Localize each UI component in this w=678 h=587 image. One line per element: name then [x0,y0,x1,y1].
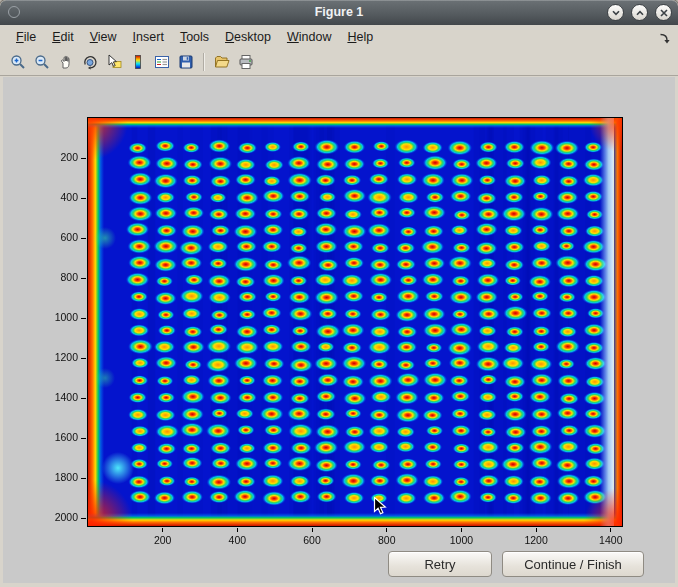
chevron-down-icon [611,8,621,18]
maximize-button[interactable] [631,4,648,21]
menu-help[interactable]: Help [339,28,381,46]
menu-file[interactable]: File [8,28,44,46]
data-cursor-button[interactable] [102,50,126,74]
toolbar-separator [203,53,205,71]
retry-button[interactable]: Retry [388,551,492,577]
close-button[interactable] [655,4,672,21]
continue-finish-button[interactable]: Continue / Finish [502,551,644,577]
menubar: File Edit View Insert Tools Desktop Wind… [0,25,678,48]
zoom-in-icon [10,54,26,70]
colorbar-icon [130,54,146,70]
zoom-out-icon [34,54,50,70]
window-controls [607,4,672,21]
data-cursor-icon [106,54,122,70]
pan-hand-icon [58,54,74,70]
legend-icon [154,54,170,70]
save-icon [178,54,194,70]
zoom-in-button[interactable] [6,50,30,74]
menu-window[interactable]: Window [279,28,339,46]
menu-edit[interactable]: Edit [44,28,82,46]
menu-view[interactable]: View [82,28,125,46]
menu-desktop[interactable]: Desktop [217,28,279,46]
dock-figure-icon[interactable] [658,30,670,48]
titlebar[interactable]: Figure 1 [0,0,678,25]
pan-button[interactable] [54,50,78,74]
toolbar [0,48,678,76]
plot-canvas[interactable] [88,118,622,526]
printer-icon [238,54,254,70]
chevron-up-icon [635,8,645,18]
open-folder-icon [214,54,230,70]
rotate-3d-icon [82,54,98,70]
save-figure-button[interactable] [174,50,198,74]
shade-button[interactable] [607,4,624,21]
figure-window: Figure 1 File Edit View Insert Tools Des… [0,0,678,587]
menu-insert[interactable]: Insert [125,28,172,46]
print-figure-button[interactable] [234,50,258,74]
rotate-3d-button[interactable] [78,50,102,74]
close-icon [659,8,669,18]
open-file-button[interactable] [210,50,234,74]
window-title: Figure 1 [0,0,678,25]
insert-legend-button[interactable] [150,50,174,74]
zoom-out-button[interactable] [30,50,54,74]
plot-axes[interactable] [87,117,623,527]
insert-colorbar-button[interactable] [126,50,150,74]
menu-tools[interactable]: Tools [172,28,217,46]
